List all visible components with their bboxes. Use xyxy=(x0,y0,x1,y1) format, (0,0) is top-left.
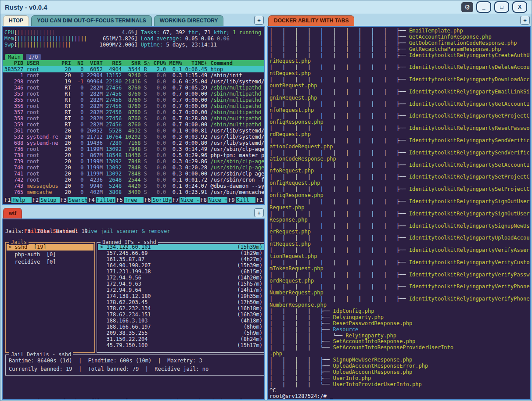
banned-ip-row[interactable]: 157.245.66.69 (1h29m) xyxy=(98,250,265,256)
col-time: 1:15.49 xyxy=(185,72,208,79)
process-row[interactable]: 741 root 20 0 1199M 13092 7848 S 0.0 0.3… xyxy=(3,171,264,177)
banned-ip-row[interactable]: 164.90.198.207 (15h39m) xyxy=(98,262,265,269)
fkey-item[interactable]: F8Nice + xyxy=(200,197,228,203)
tab[interactable]: WORKING DIRECTORY xyxy=(154,15,224,26)
tree-line: riRequest.php xyxy=(270,58,530,64)
process-table-header[interactable]: PID USER PRI NI VIRT RES SHR S△ CPU% MEM… xyxy=(3,60,264,66)
process-row[interactable]: 358 root RT 0 282M 27456 8760 S 0.0 0.7 … xyxy=(3,115,264,122)
maximize-button[interactable]: □ xyxy=(494,1,509,13)
minimize-button[interactable]: _ xyxy=(476,1,491,13)
banned-ip-row[interactable]: 178.62.232.134 (16h18m) xyxy=(98,305,265,311)
tab[interactable]: YOU CAN DIM OUT-OF-FOCUS TERMINALS xyxy=(31,15,152,26)
col-ni: 0 xyxy=(74,152,84,158)
tree-pipes: │ │ │ │ │ │ │ │ │ │ ├── xyxy=(270,101,409,107)
col-mem: 0.1 xyxy=(169,66,182,72)
fkey-item[interactable]: F1Help xyxy=(4,197,32,203)
fkey-item[interactable]: F2Setup xyxy=(32,197,60,203)
close-button[interactable]: X xyxy=(512,1,527,13)
add-tab-button[interactable]: + xyxy=(254,208,264,217)
process-row[interactable]: 738 root 20 0 867M 18548 18436 S 0.0 0.5… xyxy=(3,152,264,158)
jail-row[interactable]: recidive [0] xyxy=(7,259,93,265)
swap-value: 1009M/2.00G xyxy=(100,42,134,48)
process-row[interactable]: 736 root 20 0 1199M 13092 7848 S 0.0 0.3… xyxy=(3,146,264,152)
jail-row[interactable]: php-auth [0] xyxy=(7,251,93,258)
banned-ip-row[interactable]: 172.94.9.64 (14h17m) xyxy=(98,287,265,293)
col-time: 0:05.39 xyxy=(185,85,208,91)
htop-terminal[interactable]: CPU[||||||||||||4.6%] Tasks: 67, 392 thr… xyxy=(2,26,265,205)
screen-tab-main[interactable]: Main xyxy=(5,54,23,60)
col-state: S xyxy=(144,97,150,103)
process-row[interactable]: 742 root 20 0 4236 2648 2544 S 0.0 0.1 0… xyxy=(3,177,264,183)
fkey-item[interactable]: F5Tree xyxy=(115,197,144,203)
col-virt: 282M xyxy=(87,109,103,115)
process-row[interactable]: 532 systemd-re 20 0 21712 10764 10292 S … xyxy=(3,134,264,140)
process-row[interactable]: 357 root RT 0 282M 27456 8760 S 0.0 0.7 … xyxy=(3,109,264,115)
banned-ip-row[interactable]: 188.166.3.103 (4h18m) xyxy=(98,318,265,324)
tree-pipes: │ │ │ │ ├── xyxy=(270,321,333,326)
fail2ban-terminal[interactable]: Fail2Ban Sentinel live jail scanner & re… xyxy=(2,218,265,400)
fkey-item[interactable]: F4Filter xyxy=(87,197,115,203)
process-row[interactable]: 353 root RT 0 282M 27456 8760 S 0.0 0.7 … xyxy=(3,91,264,97)
process-row[interactable]: 739 root 20 0 1199M 13092 7848 S 0.0 0.3… xyxy=(3,158,264,165)
col-shr: 8760 xyxy=(125,85,140,91)
process-row[interactable]: 346 root RT 0 282M 27456 8760 S 0.0 0.7 … xyxy=(3,85,264,91)
process-row[interactable]: 765 memcache 20 0 402M 3808 3400 S 0.0 0… xyxy=(3,189,264,195)
tree-pipes: │ │ │ │ │ │ │ │ │ │ ├── xyxy=(270,40,409,46)
tree-entry: NumberResponse.php xyxy=(270,302,327,308)
screen-tab-io[interactable]: I/O xyxy=(26,54,41,60)
add-tab-button[interactable]: + xyxy=(520,16,530,25)
col-res: 27456 xyxy=(106,115,122,122)
fkey-label: Nice - xyxy=(180,197,199,203)
docker-terminal[interactable]: │ │ │ │ │ │ │ │ │ │ ├── EmailTemplate.ph… xyxy=(267,26,531,400)
banned-ip-row[interactable]: 172.94.9.56 (14h20m) xyxy=(98,275,265,281)
col-ni: 0 xyxy=(74,189,84,195)
banned-ip-row[interactable]: 174.138.12.180 (19h35m) xyxy=(98,293,265,299)
details-box-title: Jail Details - sshd xyxy=(9,351,73,358)
app-window: Rusty - v0.0.4 ⚙ _ □ X HTOP YOU CAN DIM … xyxy=(0,0,532,401)
banned-ip: 31.150.22.204 xyxy=(100,336,147,342)
tree-pipes: │ │ │ │ ├── xyxy=(270,327,333,333)
col-command: /sbin/multipathd -d xyxy=(210,97,264,103)
tree-entry: IdentitytoolkitRelyingpartySignOutUser xyxy=(409,199,530,204)
process-row[interactable]: 359 root RT 0 282M 27456 8760 S 0.0 0.7 … xyxy=(3,122,264,128)
process-row[interactable]: 743 messagebus 20 0 9940 5248 4420 S 0.0… xyxy=(3,183,264,189)
tree-pipes: │ │ │ │ │ │ │ │ │ │ ├── xyxy=(270,174,409,180)
process-row[interactable]: 383527 root 20 0 6052 4904 3544 R 2.0 0.… xyxy=(3,66,264,72)
banned-ip-row[interactable]: 178.62.203.45 (17h50m) xyxy=(98,299,265,305)
tab[interactable]: wtf xyxy=(3,208,22,218)
col-pri: 20 xyxy=(61,171,71,177)
banned-ip-row[interactable]: 161.35.87.87 (4h27m) xyxy=(98,256,265,262)
add-tab-button[interactable]: + xyxy=(254,16,264,25)
tab[interactable]: DOCKER ABILITY WITH TABS xyxy=(268,15,354,26)
fkey-item[interactable]: F10Quit xyxy=(255,197,263,203)
banned-ip-row[interactable]: 45.79.150.100 (15h17m) xyxy=(98,342,265,348)
fkey-item[interactable]: F9Kill xyxy=(227,197,255,203)
process-row[interactable]: 298 root 19 -1 99964 22180 21416 S 0.0 0… xyxy=(3,79,264,85)
banned-ip-row[interactable]: 31.150.22.204 (8h24m) xyxy=(98,336,265,342)
banned-ip-row[interactable]: 209.38.35.255 (5h9m) xyxy=(98,330,265,336)
col-virt: 282M xyxy=(87,91,103,97)
fkey-item[interactable]: F3Search xyxy=(60,197,88,203)
process-row[interactable]: 688 systemd-ne 20 0 19436 7280 7168 S 0.… xyxy=(3,140,264,146)
process-row[interactable]: 356 root RT 0 282M 27456 8760 S 0.0 0.7 … xyxy=(3,103,264,109)
tree-line: tionRequest.php xyxy=(270,254,530,260)
banned-ip-row[interactable]: 188.166.66.197 (8h6m) xyxy=(98,324,265,330)
fkey-item[interactable]: F7Nice - xyxy=(172,197,200,203)
col-virt: 402M xyxy=(87,189,103,195)
jails-box: Jails > sshd [19] php-auth [0] recidive … xyxy=(5,242,95,353)
tree-pipes: │ │ │ │ ├── xyxy=(270,357,333,363)
col-virt: 1199M xyxy=(87,165,103,171)
process-row[interactable]: 355 root RT 0 282M 27456 8760 S 0.0 0.7 … xyxy=(3,97,264,103)
col-virt: 9940 xyxy=(87,183,103,189)
col-cpu: 0.0 xyxy=(153,109,166,115)
banned-ip-row[interactable]: 171.231.199.38 (6h15m) xyxy=(98,269,265,275)
process-row[interactable]: 740 root 20 0 1199M 13092 7848 S 0.0 0.3… xyxy=(3,165,264,171)
fkey-item[interactable]: F6SortBy xyxy=(144,197,172,203)
process-row[interactable]: 1 root 20 0 22904 13152 9240 S 0.0 0.3 1… xyxy=(3,72,264,79)
tab[interactable]: HTOP xyxy=(3,15,29,26)
tree-line: │ │ │ │ │ │ │ │ │ │ ├── EmailTemplate.ph… xyxy=(270,28,530,34)
banned-ip-row[interactable]: 178.62.234.151 (16h39m) xyxy=(98,311,265,318)
settings-button[interactable]: ⚙ xyxy=(461,2,473,12)
process-row[interactable]: 361 root 20 0 26052 5528 4632 S 0.0 0.1 … xyxy=(3,128,264,134)
banned-ip-row[interactable]: 172.94.9.63 (15h57m) xyxy=(98,281,265,287)
